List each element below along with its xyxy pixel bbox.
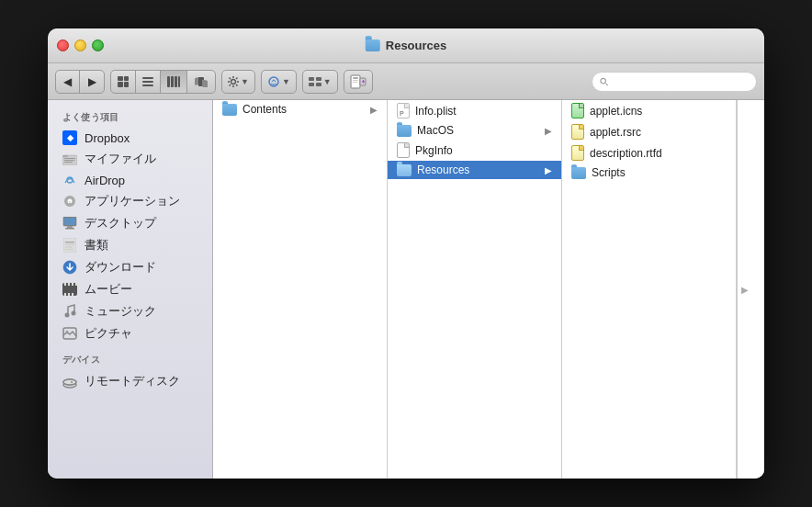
search-box[interactable]	[592, 72, 757, 92]
icon-view-button[interactable]	[111, 71, 136, 93]
sidebar-item-remotedisk[interactable]: リモートディスク	[48, 370, 212, 392]
folder-icon	[397, 164, 412, 176]
rsrc-icon	[571, 124, 584, 140]
svg-point-27	[601, 78, 606, 84]
browser-item-scripts[interactable]: Scripts	[562, 163, 736, 182]
search-input[interactable]	[612, 75, 749, 88]
svg-line-14	[236, 77, 238, 79]
item-label: description.rtfd	[590, 147, 727, 160]
svg-rect-51	[72, 283, 73, 286]
favorites-header: よく使う項目	[48, 107, 212, 128]
svg-rect-40	[67, 226, 73, 228]
sidebar-item-movies[interactable]: ムービー	[48, 278, 212, 300]
view-button-group	[110, 70, 216, 94]
svg-rect-55	[72, 293, 73, 296]
arrow-icon: ▶	[545, 165, 552, 175]
sidebar-item-label: ピクチャ	[85, 325, 132, 342]
browser-item-resources[interactable]: Resources ▶	[388, 161, 561, 179]
forward-icon: ▶	[88, 75, 96, 88]
toolbar: ◀ ▶	[48, 63, 764, 100]
svg-rect-19	[309, 83, 314, 86]
svg-rect-30	[62, 155, 68, 157]
svg-rect-39	[64, 218, 75, 225]
browser-column-1: Contents ▶	[213, 100, 388, 479]
svg-point-7	[231, 79, 236, 84]
svg-rect-52	[75, 283, 77, 286]
browser-item-macos[interactable]: MacOS ▶	[388, 121, 561, 140]
sidebar-item-label: AirDrop	[85, 174, 125, 187]
svg-rect-0	[167, 76, 170, 87]
svg-rect-32	[64, 160, 74, 161]
music-icon	[62, 304, 77, 319]
share-button[interactable]: ▼	[261, 70, 297, 94]
sidebar-item-label: ムービー	[85, 281, 132, 298]
browser-item-info-plist[interactable]: Info.plist	[388, 100, 561, 121]
svg-point-57	[72, 311, 76, 316]
sidebar-item-desktop[interactable]: デスクトップ	[48, 212, 212, 234]
sidebar-item-label: アプリケーション	[85, 193, 180, 209]
svg-rect-53	[64, 293, 66, 296]
column-view-button[interactable]	[161, 71, 187, 93]
sidebar-item-airdrop[interactable]: AirDrop	[48, 170, 212, 190]
item-label: applet.icns	[590, 105, 727, 118]
item-label: Info.plist	[415, 105, 552, 118]
arrange-button[interactable]: ▼	[302, 70, 338, 94]
plist-icon	[397, 103, 410, 118]
svg-line-12	[230, 77, 231, 79]
column-view-icon	[167, 76, 180, 87]
sidebar-item-myfiles[interactable]: マイファイル	[48, 148, 212, 170]
sidebar-item-applications[interactable]: A アプリケーション	[48, 190, 212, 212]
browser-area: Contents ▶ Info.plist MacOS ▶ PkgInfo	[213, 100, 764, 479]
svg-rect-2	[175, 76, 177, 87]
finder-window: Resources ◀ ▶	[48, 28, 764, 479]
arrow-icon: ▶	[545, 126, 552, 136]
list-view-icon	[142, 77, 153, 86]
list-view-button[interactable]	[136, 71, 161, 93]
item-label: MacOS	[417, 124, 539, 137]
browser-column-3: applet.icns applet.rsrc description.rtfd…	[562, 100, 737, 479]
svg-rect-45	[65, 247, 73, 248]
share-icon	[267, 75, 280, 88]
sidebar-item-dropbox[interactable]: ◆ Dropbox	[48, 128, 212, 148]
close-button[interactable]	[57, 39, 69, 51]
svg-rect-3	[178, 76, 180, 87]
item-label: applet.rsrc	[590, 126, 727, 139]
title-bar: Resources	[48, 28, 764, 63]
title-folder-icon	[366, 39, 380, 51]
browser-item-applet-rsrc[interactable]: applet.rsrc	[562, 121, 736, 142]
coverflow-view-icon	[194, 76, 209, 87]
rtfd-icon	[571, 145, 584, 161]
sidebar-item-label: 書類	[85, 237, 108, 254]
sidebar-item-downloads[interactable]: ダウンロード	[48, 256, 212, 278]
applications-icon: A	[62, 194, 77, 208]
sidebar-item-label: ダウンロード	[85, 259, 156, 276]
browser-item-contents[interactable]: Contents ▶	[213, 100, 387, 118]
svg-line-28	[605, 83, 607, 84]
scroll-right-icon: ▶	[741, 285, 749, 295]
main-content: よく使う項目 ◆ Dropbox マイファイル	[48, 100, 764, 479]
forward-button[interactable]: ▶	[80, 71, 104, 93]
svg-rect-24	[353, 80, 358, 81]
desktop-icon	[62, 216, 77, 231]
maximize-button[interactable]	[92, 39, 104, 51]
folder-icon	[397, 125, 412, 137]
sidebar-item-label: ミュージック	[85, 303, 156, 320]
doc-icon	[397, 142, 410, 158]
browser-item-description-rtfd[interactable]: description.rtfd	[562, 142, 736, 163]
browser-item-pkginfo[interactable]: PkgInfo	[388, 140, 561, 161]
coverflow-view-button[interactable]	[187, 71, 215, 93]
preview-button[interactable]	[344, 70, 373, 94]
title-text: Resources	[386, 39, 446, 52]
svg-rect-54	[68, 293, 70, 296]
sidebar-item-pictures[interactable]: ピクチャ	[48, 322, 212, 344]
sidebar-item-music[interactable]: ミュージック	[48, 300, 212, 322]
item-label: Scripts	[592, 166, 727, 179]
action-button[interactable]: ▼	[221, 70, 255, 94]
arrow-icon: ▶	[370, 105, 378, 115]
minimize-button[interactable]	[74, 39, 86, 51]
svg-line-15	[230, 84, 231, 86]
browser-item-applet-icns[interactable]: applet.icns	[562, 100, 736, 121]
dropbox-icon: ◆	[62, 130, 77, 145]
back-button[interactable]: ◀	[56, 71, 80, 93]
sidebar-item-documents[interactable]: 書類	[48, 234, 212, 256]
